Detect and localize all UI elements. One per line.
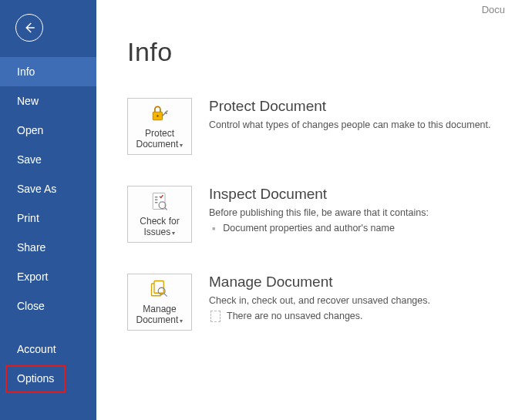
tile-label: Check for Issues	[128, 216, 191, 239]
back-arrow-icon	[22, 21, 36, 35]
protect-document-button[interactable]: Protect Document	[127, 98, 192, 155]
nav-label: Print	[17, 212, 39, 224]
tile-label: Protect Document	[128, 128, 191, 151]
back-button[interactable]	[15, 14, 43, 42]
manage-list: There are no unsaved changes.	[209, 311, 505, 322]
nav-item-close[interactable]: Close	[0, 291, 96, 321]
nav-label: Export	[17, 270, 48, 283]
page-heading: Info	[127, 37, 505, 67]
manage-document-button[interactable]: Manage Document	[127, 274, 192, 331]
section-manage: Manage Document Manage Document Check in…	[127, 274, 505, 331]
nav-label: Save	[17, 153, 42, 166]
nav-item-save-as[interactable]: Save As	[0, 174, 96, 203]
nav-label: Account	[17, 343, 56, 355]
nav-item-new[interactable]: New	[0, 86, 96, 116]
protect-title: Protect Document	[209, 98, 505, 115]
protect-desc: Control what types of changes people can…	[209, 119, 505, 130]
manage-title: Manage Document	[209, 274, 505, 291]
svg-rect-5	[154, 281, 163, 294]
inspect-title: Inspect Document	[209, 186, 505, 203]
nav-item-share[interactable]: Share	[0, 233, 96, 262]
nav-label: Open	[17, 124, 43, 136]
nav-label: New	[17, 95, 39, 107]
section-protect: Protect Document Protect Document Contro…	[127, 98, 505, 155]
checklist-icon	[149, 190, 170, 213]
manage-desc: Check in, check out, and recover unsaved…	[209, 295, 505, 306]
nav-item-account[interactable]: Account	[0, 334, 96, 364]
nav-label: Info	[17, 66, 35, 78]
nav-item-info[interactable]: Info	[0, 57, 96, 86]
check-for-issues-button[interactable]: Check for Issues	[127, 186, 192, 243]
nav-item-export[interactable]: Export	[0, 262, 96, 291]
inspect-list: Document properties and author's name	[209, 223, 505, 234]
manage-empty-item: There are no unsaved changes.	[209, 311, 505, 322]
nav-item-save[interactable]: Save	[0, 145, 96, 174]
nav-label: Close	[17, 300, 45, 312]
nav-label: Share	[17, 241, 45, 254]
documents-icon	[149, 277, 170, 301]
nav-label: Options	[17, 372, 54, 385]
svg-point-1	[157, 115, 159, 117]
nav-list: Info New Open Save Save As Print Share E…	[0, 57, 96, 393]
inspect-desc: Before publishing this file, be aware th…	[209, 207, 505, 218]
nav-item-print[interactable]: Print	[0, 203, 96, 233]
nav-label: Save As	[17, 183, 56, 195]
backstage-sidebar: Info New Open Save Save As Print Share E…	[0, 0, 96, 420]
section-inspect: Check for Issues Inspect Document Before…	[127, 186, 505, 243]
nav-item-options[interactable]: Options	[0, 364, 96, 393]
tile-label: Manage Document	[128, 304, 191, 327]
inspect-list-item: Document properties and author's name	[209, 223, 505, 234]
nav-item-open[interactable]: Open	[0, 116, 96, 145]
content-area: Info Protect Document Protect Document C…	[96, 0, 505, 420]
lock-icon	[149, 102, 170, 125]
